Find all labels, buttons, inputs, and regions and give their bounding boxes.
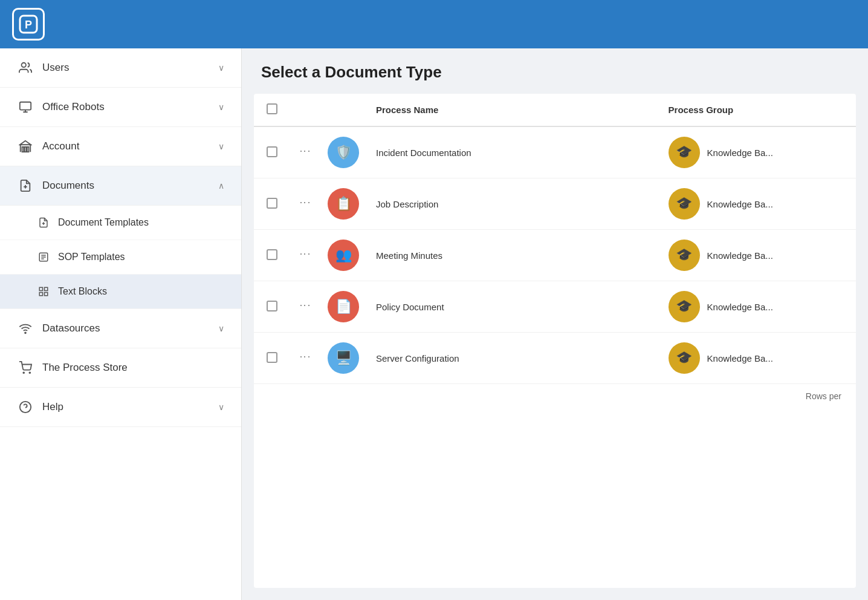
row-3-process-name: Meeting Minutes bbox=[376, 250, 442, 261]
row-5-name-cell: Server Configuration bbox=[369, 333, 661, 384]
sidebar-item-documents-label: Documents bbox=[42, 180, 218, 192]
sidebar-item-help[interactable]: Help ∨ bbox=[0, 388, 241, 427]
sidebar-sub-item-text-blocks[interactable]: Text Blocks bbox=[0, 275, 241, 309]
sidebar-item-users[interactable]: Users ∨ bbox=[0, 48, 241, 88]
row-5-actions-button[interactable]: ⋮ bbox=[299, 351, 312, 364]
table-header-row: Process Name Process Group bbox=[254, 94, 856, 126]
table-row: ⋮ 👥 Meeting Minutes 🎓 Knowledge Ba... bbox=[254, 230, 856, 281]
col-header-icon bbox=[320, 94, 369, 126]
sidebar-item-account[interactable]: Account ∨ bbox=[0, 127, 241, 166]
svg-text:P: P bbox=[25, 19, 32, 31]
row-2-process-icon: 📋 bbox=[328, 188, 359, 220]
datasources-chevron-icon: ∨ bbox=[218, 324, 224, 333]
row-4-knowledge-text: Knowledge Ba... bbox=[707, 302, 773, 312]
row-2-process-name: Job Description bbox=[376, 199, 438, 209]
row-1-knowledge-text: Knowledge Ba... bbox=[707, 148, 773, 158]
grid-icon bbox=[36, 284, 51, 299]
documents-chevron-icon: ∧ bbox=[218, 181, 224, 191]
row-3-group-cell: 🎓 Knowledge Ba... bbox=[661, 230, 856, 281]
sop-templates-label: SOP Templates bbox=[58, 252, 125, 262]
row-5-check-cell bbox=[254, 333, 290, 384]
sidebar: Users ∨ Office Robots ∨ bbox=[0, 48, 242, 600]
content-header: Select a Document Type bbox=[242, 48, 868, 94]
monitor-icon bbox=[17, 99, 34, 116]
row-4-actions-cell: ⋮ bbox=[290, 281, 320, 333]
row-2-knowledge-cell: 🎓 Knowledge Ba... bbox=[669, 188, 849, 220]
sidebar-item-documents[interactable]: Documents ∧ bbox=[0, 166, 241, 206]
account-chevron-icon: ∨ bbox=[218, 142, 224, 151]
sidebar-item-process-store-label: The Process Store bbox=[42, 362, 224, 374]
table-row: ⋮ 📋 Job Description 🎓 Knowledge Ba... bbox=[254, 178, 856, 230]
row-2-check-cell bbox=[254, 178, 290, 230]
row-4-actions-button[interactable]: ⋮ bbox=[299, 300, 312, 312]
users-chevron-icon: ∨ bbox=[218, 63, 224, 73]
row-3-checkbox[interactable] bbox=[267, 249, 277, 260]
col-header-actions bbox=[290, 94, 320, 126]
row-1-group-cell: 🎓 Knowledge Ba... bbox=[661, 126, 856, 178]
sidebar-item-process-store[interactable]: The Process Store bbox=[0, 348, 241, 388]
svg-rect-4 bbox=[22, 147, 24, 152]
row-3-actions-button[interactable]: ⋮ bbox=[299, 249, 312, 261]
row-2-actions-button[interactable]: ⋮ bbox=[299, 197, 312, 209]
row-2-checkbox[interactable] bbox=[267, 198, 277, 209]
row-2-actions-cell: ⋮ bbox=[290, 178, 320, 230]
document-type-table: Process Name Process Group ⋮ bbox=[254, 94, 856, 384]
table-container: Process Name Process Group ⋮ bbox=[254, 94, 856, 588]
svg-rect-5 bbox=[27, 147, 29, 152]
table-row: ⋮ 📄 Policy Document 🎓 Knowledge Ba... bbox=[254, 281, 856, 333]
sidebar-sub-item-sop-templates[interactable]: SOP Templates bbox=[0, 240, 241, 275]
row-2-icon-cell: 📋 bbox=[320, 178, 369, 230]
datasources-icon bbox=[17, 320, 34, 337]
row-5-group-cell: 🎓 Knowledge Ba... bbox=[661, 333, 856, 384]
row-2-knowledge-text: Knowledge Ba... bbox=[707, 199, 773, 209]
cart-icon bbox=[17, 359, 34, 376]
svg-rect-17 bbox=[39, 293, 42, 296]
office-robots-chevron-icon: ∨ bbox=[218, 102, 224, 112]
row-5-checkbox[interactable] bbox=[267, 352, 277, 363]
row-4-icon-cell: 📄 bbox=[320, 281, 369, 333]
row-1-knowledge-cell: 🎓 Knowledge Ba... bbox=[669, 137, 849, 168]
svg-rect-16 bbox=[45, 287, 48, 290]
users-icon bbox=[17, 59, 34, 76]
table-row: ⋮ 🖥️ Server Configuration 🎓 Knowledge Ba… bbox=[254, 333, 856, 384]
row-3-icon-cell: 👥 bbox=[320, 230, 369, 281]
row-2-knowledge-badge: 🎓 bbox=[669, 188, 700, 220]
row-3-process-icon: 👥 bbox=[328, 240, 359, 271]
bank-icon bbox=[17, 138, 34, 155]
doc-plus-icon bbox=[17, 177, 34, 194]
row-4-process-name: Policy Document bbox=[376, 302, 444, 312]
svg-point-2 bbox=[22, 63, 26, 67]
row-1-checkbox[interactable] bbox=[267, 146, 277, 157]
text-blocks-label: Text Blocks bbox=[58, 286, 107, 297]
svg-point-20 bbox=[23, 372, 24, 373]
sidebar-sub-item-document-templates[interactable]: Document Templates bbox=[0, 206, 241, 240]
app-logo[interactable]: P bbox=[12, 8, 45, 41]
sidebar-item-users-label: Users bbox=[42, 62, 218, 74]
sidebar-item-datasources[interactable]: Datasources ∨ bbox=[0, 309, 241, 348]
sidebar-item-office-robots-label: Office Robots bbox=[42, 101, 218, 113]
row-2-group-cell: 🎓 Knowledge Ba... bbox=[661, 178, 856, 230]
row-3-name-cell: Meeting Minutes bbox=[369, 230, 661, 281]
svg-rect-6 bbox=[25, 147, 27, 152]
svg-rect-18 bbox=[45, 293, 48, 296]
row-5-process-icon: 🖥️ bbox=[328, 342, 359, 374]
svg-rect-3 bbox=[20, 102, 31, 110]
row-1-check-cell bbox=[254, 126, 290, 178]
document-templates-label: Document Templates bbox=[58, 217, 149, 228]
row-1-icon-cell: 🛡️ bbox=[320, 126, 369, 178]
row-5-icon-cell: 🖥️ bbox=[320, 333, 369, 384]
row-1-process-icon: 🛡️ bbox=[328, 137, 359, 168]
row-5-knowledge-text: Knowledge Ba... bbox=[707, 353, 773, 364]
col-header-process-name: Process Name bbox=[369, 94, 661, 126]
select-all-checkbox[interactable] bbox=[267, 103, 277, 114]
row-5-actions-cell: ⋮ bbox=[290, 333, 320, 384]
row-1-actions-button[interactable]: ⋮ bbox=[299, 146, 312, 158]
help-chevron-icon: ∨ bbox=[218, 402, 224, 412]
row-4-process-icon: 📄 bbox=[328, 291, 359, 322]
row-5-process-name: Server Configuration bbox=[376, 353, 459, 364]
row-5-knowledge-badge: 🎓 bbox=[669, 342, 700, 374]
row-4-checkbox[interactable] bbox=[267, 301, 277, 311]
sidebar-item-office-robots[interactable]: Office Robots ∨ bbox=[0, 88, 241, 127]
row-1-knowledge-badge: 🎓 bbox=[669, 137, 700, 168]
svg-point-19 bbox=[25, 332, 26, 333]
